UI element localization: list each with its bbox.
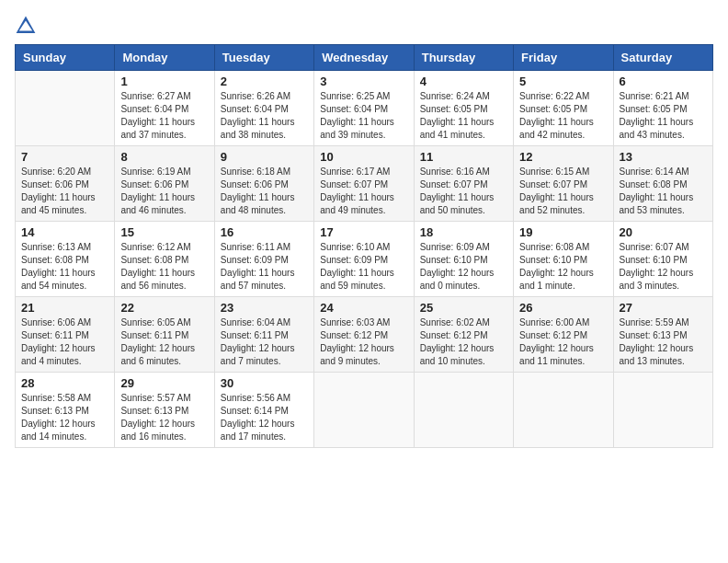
- calendar-cell: 22Sunrise: 6:05 AM Sunset: 6:11 PM Dayli…: [115, 297, 214, 373]
- day-number: 5: [519, 75, 607, 88]
- calendar-cell: [16, 71, 115, 146]
- day-info: Sunrise: 6:03 AM Sunset: 6:12 PM Dayligh…: [320, 316, 407, 368]
- calendar-cell: 13Sunrise: 6:14 AM Sunset: 6:08 PM Dayli…: [613, 146, 712, 222]
- calendar-cell: [414, 373, 513, 448]
- day-header-tuesday: Tuesday: [214, 45, 313, 71]
- day-info: Sunrise: 6:05 AM Sunset: 6:11 PM Dayligh…: [120, 316, 208, 368]
- calendar-week-row: 1Sunrise: 6:27 AM Sunset: 6:04 PM Daylig…: [16, 71, 713, 146]
- day-number: 24: [320, 301, 407, 315]
- logo: [15, 15, 40, 37]
- day-info: Sunrise: 6:20 AM Sunset: 6:06 PM Dayligh…: [21, 166, 108, 217]
- day-number: 22: [120, 301, 208, 315]
- calendar-cell: 21Sunrise: 6:06 AM Sunset: 6:11 PM Dayli…: [16, 297, 115, 373]
- calendar-week-row: 21Sunrise: 6:06 AM Sunset: 6:11 PM Dayli…: [16, 297, 713, 373]
- day-info: Sunrise: 6:06 AM Sunset: 6:11 PM Dayligh…: [21, 316, 108, 368]
- day-info: Sunrise: 6:26 AM Sunset: 6:04 PM Dayligh…: [221, 90, 308, 142]
- calendar-week-row: 28Sunrise: 5:58 AM Sunset: 6:13 PM Dayli…: [16, 373, 713, 448]
- day-info: Sunrise: 6:24 AM Sunset: 6:05 PM Dayligh…: [420, 90, 507, 142]
- calendar-cell: 19Sunrise: 6:08 AM Sunset: 6:10 PM Dayli…: [514, 222, 613, 297]
- calendar-cell: 7Sunrise: 6:20 AM Sunset: 6:06 PM Daylig…: [16, 146, 115, 222]
- day-info: Sunrise: 6:25 AM Sunset: 6:04 PM Dayligh…: [320, 90, 407, 142]
- calendar-cell: 2Sunrise: 6:26 AM Sunset: 6:04 PM Daylig…: [214, 71, 313, 146]
- day-number: 12: [519, 150, 607, 164]
- day-number: 27: [620, 301, 707, 315]
- day-number: 3: [320, 75, 407, 88]
- day-info: Sunrise: 6:07 AM Sunset: 6:10 PM Dayligh…: [620, 241, 707, 293]
- calendar-cell: 12Sunrise: 6:15 AM Sunset: 6:07 PM Dayli…: [514, 146, 613, 222]
- day-info: Sunrise: 6:04 AM Sunset: 6:11 PM Dayligh…: [221, 316, 308, 368]
- day-number: 16: [221, 225, 308, 239]
- day-number: 23: [221, 301, 308, 315]
- day-info: Sunrise: 6:22 AM Sunset: 6:05 PM Dayligh…: [519, 90, 607, 142]
- day-number: 1: [120, 75, 208, 88]
- calendar-cell: 23Sunrise: 6:04 AM Sunset: 6:11 PM Dayli…: [214, 297, 313, 373]
- calendar-cell: 8Sunrise: 6:19 AM Sunset: 6:06 PM Daylig…: [115, 146, 214, 222]
- day-info: Sunrise: 6:15 AM Sunset: 6:07 PM Dayligh…: [519, 166, 607, 217]
- day-number: 14: [21, 225, 108, 239]
- day-number: 29: [120, 376, 208, 390]
- day-header-sunday: Sunday: [16, 45, 115, 71]
- day-info: Sunrise: 6:19 AM Sunset: 6:06 PM Dayligh…: [120, 166, 208, 217]
- day-info: Sunrise: 6:18 AM Sunset: 6:06 PM Dayligh…: [221, 166, 308, 217]
- calendar-cell: 11Sunrise: 6:16 AM Sunset: 6:07 PM Dayli…: [414, 146, 513, 222]
- day-number: 25: [420, 301, 507, 315]
- calendar-table: SundayMondayTuesdayWednesdayThursdayFrid…: [15, 44, 713, 448]
- calendar-cell: 28Sunrise: 5:58 AM Sunset: 6:13 PM Dayli…: [16, 373, 115, 448]
- day-info: Sunrise: 6:00 AM Sunset: 6:12 PM Dayligh…: [519, 316, 607, 368]
- day-number: 15: [120, 225, 208, 239]
- day-number: 19: [519, 225, 607, 239]
- day-info: Sunrise: 5:58 AM Sunset: 6:13 PM Dayligh…: [21, 392, 108, 443]
- calendar-week-row: 14Sunrise: 6:13 AM Sunset: 6:08 PM Dayli…: [16, 222, 713, 297]
- day-header-saturday: Saturday: [613, 45, 712, 71]
- day-number: 26: [519, 301, 607, 315]
- day-number: 8: [120, 150, 208, 164]
- day-info: Sunrise: 5:57 AM Sunset: 6:13 PM Dayligh…: [120, 392, 208, 443]
- calendar-cell: 6Sunrise: 6:21 AM Sunset: 6:05 PM Daylig…: [613, 71, 712, 146]
- day-header-monday: Monday: [115, 45, 214, 71]
- calendar-cell: 29Sunrise: 5:57 AM Sunset: 6:13 PM Dayli…: [115, 373, 214, 448]
- day-info: Sunrise: 6:08 AM Sunset: 6:10 PM Dayligh…: [519, 241, 607, 293]
- day-info: Sunrise: 6:11 AM Sunset: 6:09 PM Dayligh…: [221, 241, 308, 293]
- calendar-cell: 26Sunrise: 6:00 AM Sunset: 6:12 PM Dayli…: [514, 297, 613, 373]
- day-number: 13: [620, 150, 707, 164]
- day-info: Sunrise: 6:10 AM Sunset: 6:09 PM Dayligh…: [320, 241, 407, 293]
- calendar-cell: 25Sunrise: 6:02 AM Sunset: 6:12 PM Dayli…: [414, 297, 513, 373]
- day-info: Sunrise: 6:27 AM Sunset: 6:04 PM Dayligh…: [120, 90, 208, 142]
- day-number: 17: [320, 225, 407, 239]
- day-info: Sunrise: 5:56 AM Sunset: 6:14 PM Dayligh…: [221, 392, 308, 443]
- day-info: Sunrise: 5:59 AM Sunset: 6:13 PM Dayligh…: [620, 316, 707, 368]
- day-number: 30: [221, 376, 308, 390]
- calendar-cell: 24Sunrise: 6:03 AM Sunset: 6:12 PM Dayli…: [314, 297, 414, 373]
- day-number: 18: [420, 225, 507, 239]
- day-info: Sunrise: 6:13 AM Sunset: 6:08 PM Dayligh…: [21, 241, 108, 293]
- calendar-cell: 1Sunrise: 6:27 AM Sunset: 6:04 PM Daylig…: [115, 71, 214, 146]
- day-header-wednesday: Wednesday: [314, 45, 414, 71]
- logo-icon: [15, 15, 37, 37]
- calendar-cell: [613, 373, 712, 448]
- day-header-thursday: Thursday: [414, 45, 513, 71]
- calendar-cell: 9Sunrise: 6:18 AM Sunset: 6:06 PM Daylig…: [214, 146, 313, 222]
- calendar-cell: 10Sunrise: 6:17 AM Sunset: 6:07 PM Dayli…: [314, 146, 414, 222]
- day-header-friday: Friday: [514, 45, 613, 71]
- calendar-cell: [514, 373, 613, 448]
- calendar-cell: 4Sunrise: 6:24 AM Sunset: 6:05 PM Daylig…: [414, 71, 513, 146]
- calendar-cell: [314, 373, 414, 448]
- calendar-cell: 18Sunrise: 6:09 AM Sunset: 6:10 PM Dayli…: [414, 222, 513, 297]
- calendar-cell: 30Sunrise: 5:56 AM Sunset: 6:14 PM Dayli…: [214, 373, 313, 448]
- calendar-cell: 20Sunrise: 6:07 AM Sunset: 6:10 PM Dayli…: [613, 222, 712, 297]
- calendar-cell: 27Sunrise: 5:59 AM Sunset: 6:13 PM Dayli…: [613, 297, 712, 373]
- day-number: 28: [21, 376, 108, 390]
- day-number: 11: [420, 150, 507, 164]
- day-number: 9: [221, 150, 308, 164]
- day-number: 4: [420, 75, 507, 88]
- calendar-cell: 16Sunrise: 6:11 AM Sunset: 6:09 PM Dayli…: [214, 222, 313, 297]
- day-number: 2: [221, 75, 308, 88]
- calendar-cell: 3Sunrise: 6:25 AM Sunset: 6:04 PM Daylig…: [314, 71, 414, 146]
- calendar-cell: 15Sunrise: 6:12 AM Sunset: 6:08 PM Dayli…: [115, 222, 214, 297]
- calendar-cell: 17Sunrise: 6:10 AM Sunset: 6:09 PM Dayli…: [314, 222, 414, 297]
- day-number: 10: [320, 150, 407, 164]
- day-info: Sunrise: 6:02 AM Sunset: 6:12 PM Dayligh…: [420, 316, 507, 368]
- calendar-header-row: SundayMondayTuesdayWednesdayThursdayFrid…: [16, 45, 713, 71]
- calendar-week-row: 7Sunrise: 6:20 AM Sunset: 6:06 PM Daylig…: [16, 146, 713, 222]
- page-header: [15, 15, 713, 37]
